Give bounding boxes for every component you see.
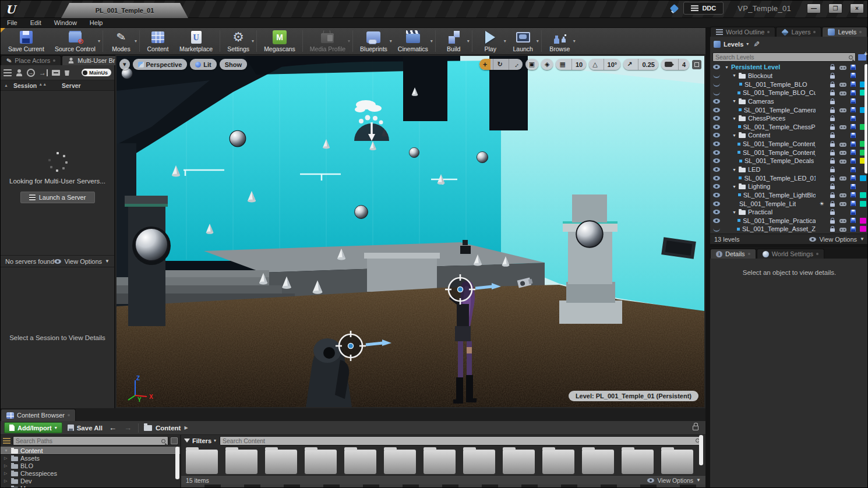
filters-button[interactable]: Filters▾: [184, 437, 216, 444]
toolbar-button[interactable]: Source Control ▾: [50, 28, 101, 54]
level-name[interactable]: SL_001_Temple_Lit: [739, 200, 796, 207]
lock-icon[interactable]: [830, 211, 835, 215]
join-session-icon[interactable]: →: [39, 69, 48, 76]
levels-view-options[interactable]: View Options▼: [809, 236, 865, 243]
expander-icon[interactable]: ▷: [4, 486, 9, 488]
content-view-options[interactable]: View Options▼: [647, 477, 701, 484]
paths-search-box[interactable]: [13, 436, 168, 445]
new-session-icon[interactable]: [16, 69, 23, 76]
maximize-viewport-button[interactable]: [692, 60, 701, 69]
level-document-tab[interactable]: PL_001_Temple_01: [61, 3, 188, 18]
minimize-button[interactable]: —: [807, 3, 821, 13]
folder-tree-row[interactable]: ▷ Chesspieces: [1, 469, 180, 477]
folder-tile[interactable]: [305, 450, 337, 475]
level-row[interactable]: ▼ SL_001_Temple_BLO_Custo ☀: [710, 89, 868, 97]
visibility-eye-icon[interactable]: [713, 142, 720, 146]
chevron-down-icon[interactable]: ▾: [431, 38, 433, 44]
lock-icon[interactable]: [830, 126, 835, 130]
folder-tree-row[interactable]: ▷ Assets: [1, 454, 180, 462]
save-level-icon[interactable]: [851, 107, 856, 112]
folder-name[interactable]: Content: [20, 447, 43, 454]
tab-world-settings[interactable]: World Settings: [757, 249, 824, 259]
levels-search-input[interactable]: [715, 54, 846, 61]
folder-tile[interactable]: [463, 450, 495, 475]
camera-speed-icon[interactable]: [661, 59, 676, 70]
toolbar-button[interactable]: Play ▾: [474, 28, 507, 54]
panel-divider[interactable]: [705, 28, 710, 488]
level-name[interactable]: Practical: [748, 208, 772, 215]
visibility-eye-icon[interactable]: [713, 218, 720, 223]
folder-tile[interactable]: [186, 450, 218, 475]
visibility-eye-icon[interactable]: [713, 193, 720, 197]
expander-icon[interactable]: ▷: [4, 471, 9, 476]
expander-icon[interactable]: ▼: [725, 65, 729, 69]
toolbar-button[interactable]: Media Profile ▾: [305, 28, 351, 54]
lock-icon[interactable]: [830, 228, 835, 232]
folder-tree-row[interactable]: ▷ Dev: [1, 477, 180, 485]
level-row[interactable]: ▼ SL_001_Temple_Cameras ☀: [710, 105, 868, 114]
chevron-down-icon[interactable]: ▾: [573, 38, 576, 44]
level-row[interactable]: ▼ SL_001_Temple_ChessPiec ☀: [710, 122, 868, 131]
chevron-down-icon[interactable]: ▾: [98, 38, 100, 44]
folder-tile[interactable]: [384, 450, 416, 475]
level-color-chip[interactable]: [860, 218, 866, 224]
rotate-tool-button[interactable]: ↻: [493, 59, 506, 70]
perspective-button[interactable]: Perspective: [133, 59, 188, 70]
level-row[interactable]: ▼ SL_001_Temple_LightBlock ☀: [710, 191, 868, 200]
level-row[interactable]: ▼ SL_001_Temple_Content_01 ☀: [710, 140, 868, 148]
chevron-down-icon[interactable]: ▾: [252, 38, 254, 44]
folder-name[interactable]: Dev: [20, 478, 32, 485]
level-name[interactable]: SL_001_Temple_BLO: [744, 81, 807, 88]
folder-tree-row[interactable]: ▷ BLO: [1, 462, 180, 469]
folder-name[interactable]: Assets: [20, 455, 40, 462]
save-level-icon[interactable]: [851, 192, 856, 197]
folder-tile[interactable]: [225, 450, 257, 475]
expander-icon[interactable]: ▼: [732, 210, 736, 214]
scale-snap-value[interactable]: 0.25: [638, 59, 658, 70]
content-search-input[interactable]: [223, 437, 693, 444]
toolbar-button[interactable]: Save Current ▾: [3, 28, 50, 54]
grid-snap-toggle[interactable]: ▦: [556, 59, 569, 70]
chevron-down-icon[interactable]: ▾: [390, 38, 392, 44]
tab-place-actors[interactable]: ✎Place Actors: [1, 55, 61, 65]
toolbar-button[interactable]: M Megascans ▾: [259, 28, 301, 54]
lit-mode-button[interactable]: Lit: [190, 59, 216, 70]
visibility-eye-icon[interactable]: [713, 184, 720, 189]
chevron-down-icon[interactable]: ▾: [504, 38, 506, 44]
menu-item[interactable]: File: [1, 18, 24, 27]
save-level-icon[interactable]: [851, 133, 856, 138]
forward-button[interactable]: →: [123, 423, 133, 432]
level-name[interactable]: SL_001_Temple_Content_01: [743, 140, 816, 147]
expander-icon[interactable]: ▷: [4, 456, 9, 461]
save-level-icon[interactable]: [851, 116, 856, 121]
column-server[interactable]: Server: [62, 82, 81, 89]
camera-speed-value[interactable]: 4: [678, 59, 689, 70]
refresh-sessions-icon[interactable]: →: [27, 69, 35, 77]
lock-icon[interactable]: [830, 92, 835, 96]
toolbar-button[interactable]: Content ▾: [142, 28, 174, 54]
level-name[interactable]: SL_001_Temple_BLO_Custo: [743, 89, 816, 96]
level-row[interactable]: ▼ SL_001_Temple_LED_01 ☀: [710, 174, 868, 182]
lock-icon[interactable]: [830, 84, 835, 87]
lock-icon[interactable]: [830, 143, 835, 147]
level-name[interactable]: LED: [748, 166, 760, 173]
level-row[interactable]: ▼ SL_001_Temple_Content_02 ☀: [710, 148, 868, 157]
level-color-chip[interactable]: [860, 226, 866, 232]
level-name[interactable]: Cameras: [748, 98, 774, 105]
level-name[interactable]: SL_001_Temple_Content_02: [743, 149, 816, 156]
save-level-icon[interactable]: [851, 167, 856, 172]
tab-content-browser[interactable]: Content Browser: [1, 409, 76, 421]
delete-session-icon[interactable]: [64, 69, 70, 76]
gamepad-icon[interactable]: [839, 176, 846, 181]
level-row[interactable]: ▼ SL_001_Temple_BLO ☀: [710, 80, 868, 89]
level-row[interactable]: ▼ Persistent Level ☀: [710, 63, 868, 72]
lock-icon[interactable]: [830, 169, 835, 172]
save-level-icon[interactable]: [851, 218, 856, 223]
toolbar-button[interactable]: ✎ Modes ▾: [105, 28, 137, 54]
lock-icon[interactable]: [830, 160, 835, 164]
gamepad-icon[interactable]: [839, 202, 846, 206]
back-button[interactable]: ←: [108, 423, 118, 432]
folder-tile[interactable]: [661, 450, 693, 475]
save-level-icon[interactable]: [851, 65, 856, 70]
save-all-button[interactable]: Save All: [68, 425, 103, 432]
